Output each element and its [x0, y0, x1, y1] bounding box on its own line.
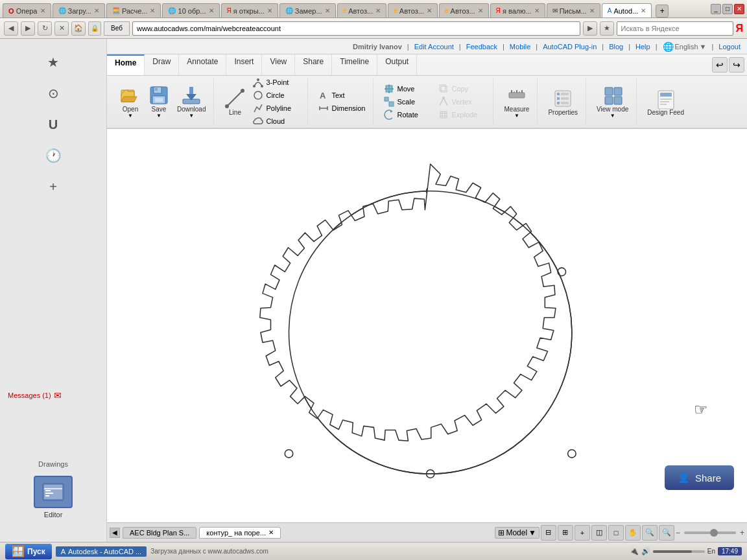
mobile-link[interactable]: Mobile	[510, 43, 530, 51]
messages-label[interactable]: Messages (1) ✉	[0, 385, 106, 406]
search-input[interactable]	[617, 21, 733, 36]
tab-close-opera[interactable]: ✕	[40, 7, 45, 14]
tab-annotate[interactable]: Annotate	[179, 54, 226, 75]
properties-button[interactable]: Properties	[545, 87, 580, 117]
sidebar-icon-star[interactable]: ★	[40, 49, 66, 75]
explode-button[interactable]: Explode	[436, 109, 488, 121]
tab-close-1[interactable]: ✕	[94, 7, 99, 14]
text-button[interactable]: A Text	[316, 89, 368, 101]
save-button[interactable]: Save ▼	[146, 84, 172, 120]
blog-link[interactable]: Blog	[609, 43, 623, 51]
bookmark-button[interactable]: ★	[600, 21, 614, 36]
zoom-plus[interactable]: +	[740, 528, 744, 537]
tab-1[interactable]: 🌐 Загру... ✕	[53, 3, 105, 18]
tab-9[interactable]: Я я валю... ✕	[490, 3, 545, 18]
taskbar-app[interactable]: A Autodesk - AutoCAD ...	[56, 546, 147, 557]
rotate-button[interactable]: Rotate	[381, 109, 433, 121]
logout-link[interactable]: Logout	[718, 43, 741, 51]
tab-add-button[interactable]: +	[656, 5, 669, 18]
polyline-button[interactable]: Polyline	[250, 102, 302, 114]
tool-snap[interactable]: ⊞	[558, 525, 573, 541]
tab-close-6[interactable]: ✕	[375, 7, 381, 14]
tool-obj-snap[interactable]: □	[608, 525, 624, 541]
start-button[interactable]: 🪟 Пуск	[5, 544, 52, 559]
stop-button[interactable]: ✕	[54, 21, 69, 36]
tab-close-5[interactable]: ✕	[325, 7, 330, 14]
tab-3[interactable]: 🌐 10 обр... ✕	[162, 3, 219, 18]
sidebar-icon-plus[interactable]: +	[40, 174, 66, 200]
tab-close-9[interactable]: ✕	[534, 7, 540, 14]
dimension-button[interactable]: Dimension	[316, 102, 368, 114]
address-bar[interactable]	[132, 21, 580, 36]
tab-draw[interactable]: Draw	[145, 54, 179, 75]
back-button[interactable]: ◀	[4, 21, 18, 36]
tab-close-3[interactable]: ✕	[209, 7, 214, 14]
copy-button[interactable]: Copy	[436, 83, 488, 95]
edit-account-link[interactable]: Edit Account	[414, 43, 454, 51]
share-button[interactable]: 👤 Share	[665, 465, 734, 490]
go-button[interactable]: ▶	[583, 21, 597, 36]
tab-5[interactable]: 🌐 Замер... ✕	[279, 3, 336, 18]
undo-button[interactable]: ↩	[712, 57, 728, 73]
tab-autocad[interactable]: A Autod... ✕	[602, 3, 652, 18]
tab-6[interactable]: e Автоз... ✕	[337, 3, 387, 18]
tab-timeline[interactable]: Timeline	[332, 54, 377, 75]
tab-insert[interactable]: Insert	[226, 54, 262, 75]
sidebar-icon-clock[interactable]: 🕐	[40, 143, 66, 169]
tab-8[interactable]: e Автоз... ✕	[439, 3, 489, 18]
sheet-tab-2[interactable]: контур_ на поре... ✕	[199, 527, 281, 539]
feedback-link[interactable]: Feedback	[466, 43, 497, 51]
tab-close-10[interactable]: ✕	[589, 7, 595, 14]
tab-2[interactable]: 🧮 Расче... ✕	[106, 3, 161, 18]
zoom-slider[interactable]	[684, 531, 736, 534]
sheet-tab-1[interactable]: AEC Bldg Plan S...	[123, 527, 196, 539]
tool-zoom-out[interactable]: 🔍	[642, 525, 658, 541]
model-selector[interactable]: ⊞ Model ▼	[495, 527, 540, 539]
move-button[interactable]: Move	[381, 83, 433, 95]
measure-button[interactable]: Measure ▼	[501, 84, 532, 120]
viewmode-button[interactable]: View mode ▼	[594, 84, 631, 120]
zoom-minus[interactable]: −	[676, 528, 680, 537]
line-button[interactable]: Line	[222, 87, 248, 117]
close-button[interactable]: ✕	[734, 4, 744, 14]
volume-slider[interactable]	[653, 550, 705, 553]
tab-10[interactable]: ✉ Письм... ✕	[547, 3, 600, 18]
three-point-button[interactable]: 3-Point	[250, 76, 302, 88]
tool-zoom-in[interactable]: 🔍	[659, 525, 674, 541]
tab-close-2[interactable]: ✕	[150, 7, 155, 14]
language-selector[interactable]: 🌐 English ▼	[663, 41, 707, 52]
tab-close-8[interactable]: ✕	[478, 7, 483, 14]
designfeed-button[interactable]: Design Feed	[645, 87, 687, 117]
maximize-button[interactable]: □	[722, 4, 733, 14]
tab-4[interactable]: Я я откры... ✕	[221, 3, 278, 18]
zoom-handle[interactable]	[710, 529, 718, 537]
canvas-area[interactable]: ☞ 👤 Share	[107, 129, 747, 522]
scale-button[interactable]: Scale	[381, 96, 433, 108]
tab-view[interactable]: View	[262, 54, 295, 75]
plugin-link[interactable]: AutoCAD Plug-in	[543, 43, 597, 51]
sheet-prev-arrow[interactable]: ◀	[110, 528, 120, 538]
tab-home[interactable]: Home	[107, 54, 145, 75]
redo-button[interactable]: ↪	[729, 57, 744, 73]
tool-ortho[interactable]: +	[575, 525, 590, 541]
circle-button[interactable]: Circle	[250, 89, 302, 101]
tool-pan[interactable]: ✋	[625, 525, 641, 541]
tab-opera[interactable]: O Опера ✕	[3, 3, 51, 18]
refresh-button[interactable]: ↻	[38, 21, 52, 36]
sidebar-icon-u[interactable]: U	[40, 111, 66, 137]
forward-button[interactable]: ▶	[21, 21, 35, 36]
home-button[interactable]: 🏠	[71, 21, 86, 36]
tab-7[interactable]: e Автоз... ✕	[388, 3, 438, 18]
sheet-close-icon[interactable]: ✕	[268, 529, 274, 536]
tool-grid[interactable]: ⊟	[541, 525, 556, 541]
tab-close-4[interactable]: ✕	[267, 7, 272, 14]
help-link[interactable]: Help	[635, 43, 650, 51]
minimize-button[interactable]: _	[711, 4, 721, 14]
editor-icon[interactable]	[34, 476, 73, 508]
tab-share[interactable]: Share	[295, 54, 332, 75]
tab-close-7[interactable]: ✕	[427, 7, 432, 14]
tab-close-autocad[interactable]: ✕	[641, 7, 646, 14]
download-button[interactable]: Download ▼	[174, 84, 208, 120]
sidebar-icon-circle[interactable]: ⊙	[40, 80, 66, 106]
cloud-button[interactable]: Cloud	[250, 115, 302, 127]
